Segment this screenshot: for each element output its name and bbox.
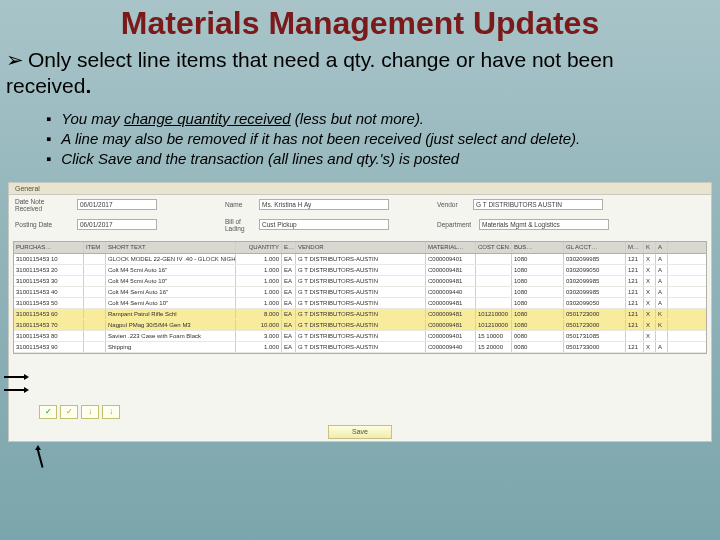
toolbar-btn-3[interactable]: ↓ [81, 405, 99, 419]
date-received-input[interactable]: 06/01/2017 [77, 199, 157, 210]
line-items-grid[interactable]: PURCHAS… ITEM SHORT TEXT QUANTITY E… VEN… [13, 241, 707, 354]
col-cc: COST CEN… [476, 242, 512, 253]
col-qty: QUANTITY [236, 242, 282, 253]
arrow-icon: ➢ [6, 48, 24, 71]
name-input[interactable]: Ms. Kristina H Ay [259, 199, 389, 210]
col-bus: BUS… [512, 242, 564, 253]
col-vendor: VENDOR [296, 242, 426, 253]
bullet-1: You may change quantity received (less b… [46, 110, 710, 127]
save-button[interactable]: Save [328, 425, 392, 439]
date-received-label: Date Note Received [15, 198, 73, 212]
dept-label: Department [437, 221, 475, 228]
col-purchas: PURCHAS… [14, 242, 84, 253]
slide-title: Materials Management Updates [0, 0, 720, 43]
table-row[interactable]: 3100115453 70Nagpul PMag 30/5/M4 Gen M31… [14, 320, 706, 331]
col-a: A [656, 242, 668, 253]
name-label: Name [225, 201, 255, 208]
col-item: ITEM [84, 242, 106, 253]
table-row[interactable]: 3100115453 30Colt M4 5cmi Auto 10"1.000E… [14, 276, 706, 287]
table-row[interactable]: 3100115453 90Shipping1.000EAG T DISTRIBU… [14, 342, 706, 353]
grid-toolbar: ✓ ✓ ↓ ↓ [39, 405, 120, 419]
table-row[interactable]: 3100115453 20Colt M4 5cmi Auto 16"1.000E… [14, 265, 706, 276]
vendor-input[interactable]: G T DISTRIBUTORS AUSTIN [473, 199, 603, 210]
toolbar-btn-1[interactable]: ✓ [39, 405, 57, 419]
table-row[interactable]: 3100115453 80Savien .223 Case with Foam … [14, 331, 706, 342]
table-row[interactable]: 3100115453 50Colt M4 Semi Auto 10"1.000E… [14, 298, 706, 309]
bullet-2: A line may also be removed if it has not… [46, 130, 710, 147]
grid-header-row: PURCHAS… ITEM SHORT TEXT QUANTITY E… VEN… [14, 242, 706, 254]
posting-date-input[interactable]: 06/01/2017 [77, 219, 157, 230]
sub-bullets: You may change quantity received (less b… [0, 102, 720, 176]
main-bullet: ➢Only select line items that need a qty.… [0, 43, 720, 102]
toolbar-btn-4[interactable]: ↓ [102, 405, 120, 419]
bol-input[interactable]: Cust Pickup [259, 219, 389, 230]
table-row[interactable]: 3100115453 10GLOCK MODEL 22-GEN IV .40 -… [14, 254, 706, 265]
col-e: E… [282, 242, 296, 253]
toolbar-btn-2[interactable]: ✓ [60, 405, 78, 419]
col-mat: MATERIAL… [426, 242, 476, 253]
col-m: M… [626, 242, 644, 253]
app-screenshot: General Date Note Received06/01/2017 Nam… [8, 182, 712, 442]
posting-date-label: Posting Date [15, 221, 73, 228]
main-bullet-text: Only select line items that need a qty. … [6, 48, 614, 97]
table-row[interactable]: 3100115453 60Rampant Patrol Rifle Schl8.… [14, 309, 706, 320]
table-row[interactable]: 3100115453 40Colt M4 Semi Auto 16"1.000E… [14, 287, 706, 298]
annotation-arrow-3 [36, 448, 46, 472]
general-section-header: General [9, 183, 711, 195]
vendor-label: Vendor [437, 201, 469, 208]
col-gl: GL ACCT… [564, 242, 626, 253]
dept-input[interactable]: Materials Mgmt & Logistics [479, 219, 609, 230]
col-text: SHORT TEXT [106, 242, 236, 253]
bullet-3: Click Save and the transaction (all line… [46, 150, 710, 167]
col-k: K [644, 242, 656, 253]
period: . [85, 74, 91, 97]
bol-label: Bill of Lading [225, 218, 255, 232]
